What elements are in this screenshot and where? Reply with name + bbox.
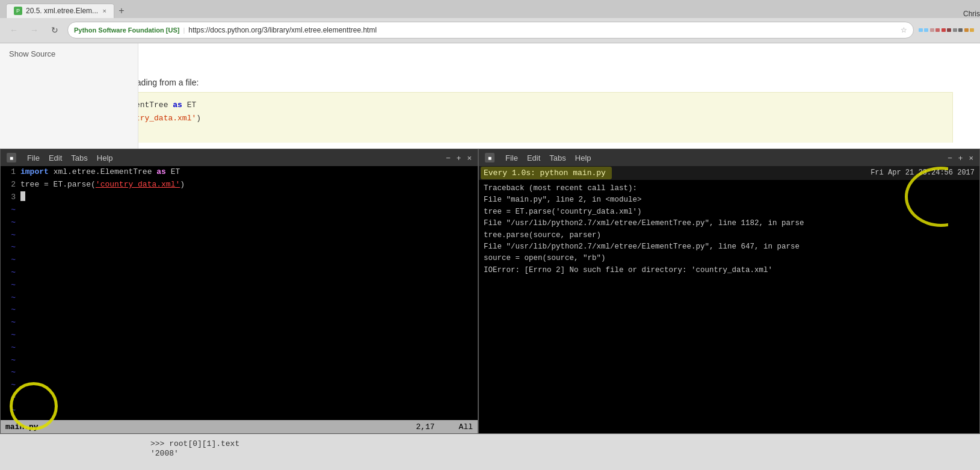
code-snippet: import xml.etree.ElementTree as ET tree … bbox=[27, 92, 953, 143]
traceback-line-5: File "/usr/lib/python2.7/xml/etree/Eleme… bbox=[484, 241, 975, 253]
vim-minimize-button[interactable]: − bbox=[446, 153, 451, 162]
vim-tilde-lines: ~ ~ ~ ~ ~ ~ ~ ~ ~ ~ ~ ~ ~ ~ ~ ~ ~ bbox=[1, 204, 478, 420]
vim-cursor-block bbox=[20, 191, 25, 201]
vim-tree-assign: tree = ET.parse( bbox=[20, 180, 96, 189]
xml-code-block: </country> </data> bbox=[27, 46, 953, 72]
toolbar-sq-10 bbox=[970, 28, 974, 32]
browser-tab[interactable]: P 20.5. xml.etree.Elem... × bbox=[6, 4, 114, 18]
tab-favicon: P bbox=[14, 7, 22, 15]
vim-tilde-3: ~ bbox=[1, 229, 478, 242]
toolbar-sq-5 bbox=[941, 28, 946, 32]
back-button[interactable]: ← bbox=[6, 22, 22, 38]
vim-menu: File Edit Tabs Help bbox=[27, 153, 113, 162]
vim-code-2: tree = ET.parse('country_data.xml') bbox=[20, 179, 185, 191]
watch-command-bar: Every 1.0s: python main.py Fri Apr 21 23… bbox=[479, 166, 979, 180]
terminal-close[interactable]: × bbox=[969, 153, 973, 162]
vim-string-country: 'country_data.xml' bbox=[96, 180, 180, 189]
vim-menu-help[interactable]: Help bbox=[97, 153, 113, 162]
traceback-line-1: File "main.py", line 2, in <module> bbox=[484, 194, 975, 206]
webpage-content: Show Source </country> </data> We can im… bbox=[0, 43, 980, 149]
toolbar-icon-group-5 bbox=[964, 28, 974, 32]
vim-title-bar: ■ File Edit Tabs Help − + × bbox=[1, 149, 478, 166]
terminal-menu-edit[interactable]: Edit bbox=[527, 153, 540, 162]
vim-tilde-12: ~ bbox=[1, 342, 478, 354]
traceback-line-6: source = open(source, "rb") bbox=[484, 253, 975, 264]
terminals-row: ■ File Edit Tabs Help − + × bbox=[0, 149, 980, 434]
vim-et-alias: ET bbox=[171, 167, 180, 176]
vim-editor-window: ■ File Edit Tabs Help − + × bbox=[0, 149, 478, 434]
vim-maximize-button[interactable]: + bbox=[457, 153, 461, 162]
webpage-sidebar: Show Source bbox=[0, 43, 138, 149]
webpage-paragraph: We can import this data by reading from … bbox=[27, 78, 953, 87]
terminal-watch-window: ■ File Edit Tabs Help − + × Every 1.0s: … bbox=[478, 149, 980, 434]
terminal-window-controls: − + × bbox=[948, 153, 973, 162]
nav-bar: ← → ↻ Python Software Foundation [US] | … bbox=[0, 18, 980, 43]
xml-line-1: </country> bbox=[39, 46, 953, 59]
vim-tilde-1: ~ bbox=[1, 204, 478, 217]
terminal-menu-file[interactable]: File bbox=[505, 153, 518, 162]
address-bar[interactable]: Python Software Foundation [US] | https:… bbox=[67, 22, 914, 39]
forward-button[interactable]: → bbox=[26, 22, 42, 38]
watch-timestamp: Fri Apr 21 23:24:56 2017 bbox=[871, 169, 975, 178]
vim-tilde-2: ~ bbox=[1, 217, 478, 229]
vim-import-kw: import bbox=[20, 167, 49, 176]
vim-content-area: 1 import xml.etree.ElementTree as ET 2 t… bbox=[1, 166, 478, 420]
show-source-link[interactable]: Show Source bbox=[0, 43, 138, 64]
vim-as-kw: as bbox=[156, 167, 166, 176]
toolbar-icon-group-4 bbox=[953, 28, 963, 32]
vim-code-1: import xml.etree.ElementTree as ET bbox=[20, 166, 180, 179]
vim-tilde-14: ~ bbox=[1, 366, 478, 379]
code-line-1: import xml.etree.ElementTree as ET bbox=[37, 99, 943, 112]
tab-bar: P 20.5. xml.etree.Elem... × + Chris bbox=[0, 0, 980, 18]
vim-tilde-9: ~ bbox=[1, 304, 478, 317]
refresh-button[interactable]: ↻ bbox=[47, 22, 63, 38]
vim-menu-file[interactable]: File bbox=[27, 153, 40, 162]
annotation-circle-left bbox=[10, 382, 58, 430]
toolbar-sq-7 bbox=[953, 28, 957, 32]
vim-menu-edit[interactable]: Edit bbox=[49, 153, 62, 162]
vim-line-1: 1 import xml.etree.ElementTree as ET bbox=[1, 166, 478, 179]
code-as-keyword: as bbox=[173, 100, 182, 110]
terminal-menu-help[interactable]: Help bbox=[575, 153, 591, 162]
vim-tilde-17: ~ bbox=[1, 404, 478, 417]
terminal-menu-tabs[interactable]: Tabs bbox=[549, 153, 566, 162]
traceback-line-7: IOError: [Errno 2] No such file or direc… bbox=[484, 265, 975, 276]
vim-tilde-11: ~ bbox=[1, 329, 478, 342]
vim-status-all: All bbox=[459, 422, 473, 431]
vim-linenum-3: 3 bbox=[4, 191, 16, 204]
code-line-3: root = tree.getroot() bbox=[37, 125, 943, 138]
vim-status-bar: main.py 2,17 All bbox=[1, 420, 478, 433]
vim-tilde-10: ~ bbox=[1, 317, 478, 329]
vim-tilde-13: ~ bbox=[1, 354, 478, 367]
vim-linenum-1: 1 bbox=[4, 166, 16, 179]
repl-line-2: '2008' bbox=[150, 449, 968, 458]
tab-close-icon[interactable]: × bbox=[103, 7, 106, 14]
vim-tilde-6: ~ bbox=[1, 267, 478, 279]
terminal-output: Traceback (most recent call last): File … bbox=[479, 180, 979, 433]
toolbar-icon-group-1 bbox=[919, 28, 928, 32]
url-display: https://docs.python.org/3/library/xml.et… bbox=[188, 26, 377, 34]
toolbar-sq-1 bbox=[919, 28, 923, 32]
toolbar-icons bbox=[919, 28, 974, 32]
toolbar-icon-group-2 bbox=[930, 28, 940, 32]
vim-line-3: 3 bbox=[1, 191, 478, 204]
code-line-2: tree = ET.parse('country_data.xml') bbox=[37, 112, 943, 125]
vim-tilde-15: ~ bbox=[1, 379, 478, 392]
terminal-maximize[interactable]: + bbox=[958, 153, 963, 162]
new-tab-button[interactable]: + bbox=[114, 4, 129, 18]
terminal-menu: File Edit Tabs Help bbox=[505, 153, 591, 162]
bottom-repl: >>> root[0][1].text '2008' bbox=[0, 434, 980, 470]
bookmark-icon[interactable]: ☆ bbox=[901, 26, 907, 34]
browser-chrome: P 20.5. xml.etree.Elem... × + Chris ← → … bbox=[0, 0, 980, 43]
terminal-minimize[interactable]: − bbox=[948, 153, 952, 162]
toolbar-sq-9 bbox=[964, 28, 969, 32]
vim-menu-tabs[interactable]: Tabs bbox=[71, 153, 87, 162]
toolbar-sq-6 bbox=[947, 28, 951, 32]
security-indicator: Python Software Foundation [US] bbox=[74, 26, 179, 34]
vim-line-2: 2 tree = ET.parse('country_data.xml') bbox=[1, 179, 478, 191]
watch-command-label: Every 1.0s: python main.py bbox=[484, 169, 606, 178]
webpage-main: </country> </data> We can import this da… bbox=[12, 43, 968, 143]
traceback-line-0: Traceback (most recent call last): bbox=[484, 183, 975, 194]
vim-close-button[interactable]: × bbox=[467, 153, 472, 162]
vim-window-icon: ■ bbox=[7, 153, 16, 162]
